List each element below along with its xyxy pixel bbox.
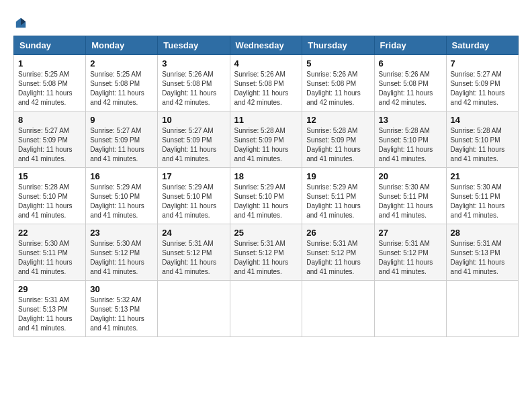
day-header-monday: Monday <box>86 36 158 54</box>
calendar-cell: 3 Sunrise: 5:26 AMSunset: 5:08 PMDayligh… <box>158 54 230 111</box>
day-info: Sunrise: 5:31 AMSunset: 5:12 PMDaylight:… <box>306 240 361 275</box>
day-info: Sunrise: 5:31 AMSunset: 5:12 PMDaylight:… <box>162 240 216 275</box>
day-header-saturday: Saturday <box>446 36 518 54</box>
day-info: Sunrise: 5:29 AMSunset: 5:10 PMDaylight:… <box>162 183 216 219</box>
day-number: 26 <box>306 228 369 238</box>
calendar-cell: 13 Sunrise: 5:28 AMSunset: 5:10 PMDaylig… <box>374 111 446 167</box>
day-number: 8 <box>18 115 81 125</box>
calendar-cell: 16 Sunrise: 5:29 AMSunset: 5:10 PMDaylig… <box>86 167 158 224</box>
day-info: Sunrise: 5:29 AMSunset: 5:10 PMDaylight:… <box>90 183 144 219</box>
day-info: Sunrise: 5:27 AMSunset: 5:09 PMDaylight:… <box>90 127 144 163</box>
calendar-cell: 10 Sunrise: 5:27 AMSunset: 5:09 PMDaylig… <box>158 111 230 167</box>
calendar-cell: 22 Sunrise: 5:30 AMSunset: 5:11 PMDaylig… <box>14 224 86 280</box>
day-info: Sunrise: 5:32 AMSunset: 5:13 PMDaylight:… <box>90 296 144 332</box>
day-number: 16 <box>90 171 153 181</box>
calendar-cell: 2 Sunrise: 5:25 AMSunset: 5:08 PMDayligh… <box>86 54 158 111</box>
calendar-cell: 15 Sunrise: 5:28 AMSunset: 5:10 PMDaylig… <box>14 167 86 224</box>
calendar-week-row: 22 Sunrise: 5:30 AMSunset: 5:11 PMDaylig… <box>14 224 519 280</box>
day-number: 18 <box>234 171 298 181</box>
day-info: Sunrise: 5:30 AMSunset: 5:11 PMDaylight:… <box>18 240 73 275</box>
calendar-cell: 5 Sunrise: 5:26 AMSunset: 5:08 PMDayligh… <box>302 54 374 111</box>
calendar-cell: 8 Sunrise: 5:27 AMSunset: 5:09 PMDayligh… <box>14 111 86 167</box>
calendar-cell: 23 Sunrise: 5:30 AMSunset: 5:12 PMDaylig… <box>86 224 158 280</box>
day-info: Sunrise: 5:30 AMSunset: 5:12 PMDaylight:… <box>90 240 144 275</box>
day-info: Sunrise: 5:28 AMSunset: 5:10 PMDaylight:… <box>18 183 73 219</box>
calendar-cell <box>158 280 230 336</box>
day-info: Sunrise: 5:28 AMSunset: 5:09 PMDaylight:… <box>306 127 361 163</box>
day-info: Sunrise: 5:25 AMSunset: 5:08 PMDaylight:… <box>18 71 73 106</box>
day-number: 10 <box>162 115 225 125</box>
day-header-friday: Friday <box>374 36 446 54</box>
calendar-cell: 24 Sunrise: 5:31 AMSunset: 5:12 PMDaylig… <box>158 224 230 280</box>
calendar-week-row: 29 Sunrise: 5:31 AMSunset: 5:13 PMDaylig… <box>14 280 519 336</box>
day-number: 15 <box>18 171 81 181</box>
calendar-cell: 30 Sunrise: 5:32 AMSunset: 5:13 PMDaylig… <box>86 280 158 336</box>
day-number: 27 <box>379 228 442 238</box>
logo-text <box>13 13 27 29</box>
calendar-cell <box>374 280 446 336</box>
day-header-thursday: Thursday <box>302 36 374 54</box>
calendar-header-row: SundayMondayTuesdayWednesdayThursdayFrid… <box>14 36 519 54</box>
day-info: Sunrise: 5:26 AMSunset: 5:08 PMDaylight:… <box>234 71 289 106</box>
day-info: Sunrise: 5:31 AMSunset: 5:13 PMDaylight:… <box>18 296 73 332</box>
day-number: 22 <box>18 228 81 238</box>
day-number: 25 <box>234 228 298 238</box>
calendar-cell: 25 Sunrise: 5:31 AMSunset: 5:12 PMDaylig… <box>230 224 302 280</box>
day-info: Sunrise: 5:28 AMSunset: 5:09 PMDaylight:… <box>234 127 289 163</box>
calendar-cell <box>302 280 374 336</box>
logo-icon <box>15 17 27 29</box>
day-number: 21 <box>451 171 514 181</box>
calendar-cell: 27 Sunrise: 5:31 AMSunset: 5:12 PMDaylig… <box>374 224 446 280</box>
calendar-cell: 28 Sunrise: 5:31 AMSunset: 5:13 PMDaylig… <box>446 224 518 280</box>
calendar-week-row: 8 Sunrise: 5:27 AMSunset: 5:09 PMDayligh… <box>14 111 519 167</box>
calendar-cell <box>446 280 518 336</box>
day-info: Sunrise: 5:27 AMSunset: 5:09 PMDaylight:… <box>18 127 73 163</box>
day-info: Sunrise: 5:25 AMSunset: 5:08 PMDaylight:… <box>90 71 144 106</box>
day-info: Sunrise: 5:26 AMSunset: 5:08 PMDaylight:… <box>162 71 216 106</box>
day-info: Sunrise: 5:26 AMSunset: 5:08 PMDaylight:… <box>379 71 433 106</box>
day-number: 2 <box>90 58 153 68</box>
day-info: Sunrise: 5:30 AMSunset: 5:11 PMDaylight:… <box>451 183 505 219</box>
calendar-cell: 26 Sunrise: 5:31 AMSunset: 5:12 PMDaylig… <box>302 224 374 280</box>
day-header-wednesday: Wednesday <box>230 36 302 54</box>
day-number: 3 <box>162 58 225 68</box>
day-number: 17 <box>162 171 225 181</box>
day-number: 28 <box>451 228 514 238</box>
calendar-cell: 21 Sunrise: 5:30 AMSunset: 5:11 PMDaylig… <box>446 167 518 224</box>
day-header-tuesday: Tuesday <box>158 36 230 54</box>
day-number: 14 <box>451 115 514 125</box>
day-number: 6 <box>379 58 442 68</box>
day-number: 12 <box>306 115 369 125</box>
calendar-cell: 17 Sunrise: 5:29 AMSunset: 5:10 PMDaylig… <box>158 167 230 224</box>
calendar-week-row: 1 Sunrise: 5:25 AMSunset: 5:08 PMDayligh… <box>14 54 519 111</box>
day-info: Sunrise: 5:30 AMSunset: 5:11 PMDaylight:… <box>379 183 433 219</box>
calendar-cell: 4 Sunrise: 5:26 AMSunset: 5:08 PMDayligh… <box>230 54 302 111</box>
calendar-cell: 9 Sunrise: 5:27 AMSunset: 5:09 PMDayligh… <box>86 111 158 167</box>
calendar-cell: 20 Sunrise: 5:30 AMSunset: 5:11 PMDaylig… <box>374 167 446 224</box>
day-number: 29 <box>18 284 81 294</box>
day-number: 9 <box>90 115 153 125</box>
day-number: 5 <box>306 58 369 68</box>
day-info: Sunrise: 5:29 AMSunset: 5:10 PMDaylight:… <box>234 183 289 219</box>
day-info: Sunrise: 5:26 AMSunset: 5:08 PMDaylight:… <box>306 71 361 106</box>
day-number: 20 <box>379 171 442 181</box>
calendar-cell: 29 Sunrise: 5:31 AMSunset: 5:13 PMDaylig… <box>14 280 86 336</box>
calendar-cell: 7 Sunrise: 5:27 AMSunset: 5:09 PMDayligh… <box>446 54 518 111</box>
day-header-sunday: Sunday <box>14 36 86 54</box>
calendar-week-row: 15 Sunrise: 5:28 AMSunset: 5:10 PMDaylig… <box>14 167 519 224</box>
calendar-cell <box>230 280 302 336</box>
day-number: 13 <box>379 115 442 125</box>
calendar-cell: 19 Sunrise: 5:29 AMSunset: 5:11 PMDaylig… <box>302 167 374 224</box>
day-info: Sunrise: 5:31 AMSunset: 5:13 PMDaylight:… <box>451 240 505 275</box>
day-number: 1 <box>18 58 81 68</box>
calendar-cell: 6 Sunrise: 5:26 AMSunset: 5:08 PMDayligh… <box>374 54 446 111</box>
day-info: Sunrise: 5:28 AMSunset: 5:10 PMDaylight:… <box>451 127 505 163</box>
day-number: 7 <box>451 58 514 68</box>
day-number: 4 <box>234 58 298 68</box>
day-number: 30 <box>90 284 153 294</box>
calendar-table: SundayMondayTuesdayWednesdayThursdayFrid… <box>13 36 519 337</box>
calendar-cell: 14 Sunrise: 5:28 AMSunset: 5:10 PMDaylig… <box>446 111 518 167</box>
day-info: Sunrise: 5:31 AMSunset: 5:12 PMDaylight:… <box>379 240 433 275</box>
day-info: Sunrise: 5:31 AMSunset: 5:12 PMDaylight:… <box>234 240 289 275</box>
calendar-cell: 18 Sunrise: 5:29 AMSunset: 5:10 PMDaylig… <box>230 167 302 224</box>
